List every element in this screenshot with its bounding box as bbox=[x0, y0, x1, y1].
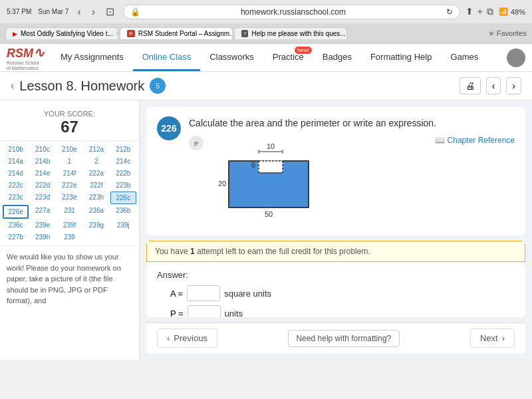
next-label: Next bbox=[480, 333, 498, 343]
grid-cell-226c[interactable]: 226c bbox=[110, 192, 136, 204]
rsm-tab-icon: R bbox=[127, 30, 135, 37]
lock-icon: 🔒 bbox=[130, 7, 140, 17]
prev-button[interactable]: ‹ bbox=[486, 77, 501, 94]
help-formatting-button[interactable]: Need help with formatting? bbox=[288, 330, 400, 347]
forward-button[interactable]: › bbox=[88, 5, 98, 19]
grid-cell[interactable]: 222a bbox=[83, 168, 109, 179]
nav-item-badges[interactable]: Badges bbox=[313, 44, 361, 71]
reload-icon[interactable]: ↻ bbox=[446, 7, 453, 17]
add-tab-icon[interactable]: + bbox=[477, 6, 483, 17]
grid-cell[interactable]: 236a bbox=[83, 205, 109, 219]
grid-cell[interactable]: 239j bbox=[110, 219, 136, 231]
attempt-text-before: You have bbox=[155, 247, 190, 256]
grid-cell[interactable]: 236c bbox=[3, 219, 29, 231]
area-answer-row: A = square units bbox=[157, 285, 515, 301]
grid-cell[interactable]: 222e bbox=[57, 180, 82, 191]
grid-cell[interactable]: 236b bbox=[110, 205, 136, 219]
grid-cell[interactable]: 222f bbox=[83, 180, 109, 191]
share-icon[interactable]: ⬆ bbox=[466, 6, 473, 17]
print-button[interactable]: 🖨 bbox=[460, 77, 481, 94]
browser-chrome: 5:37 PM Sun Mar 7 ‹ › ⊡ 🔒 homework.russi… bbox=[0, 0, 532, 44]
logo-text: RSM∿ bbox=[7, 45, 45, 61]
grid-cell[interactable]: 214c bbox=[110, 156, 136, 167]
browser-nav: ‹ › ⊡ bbox=[74, 4, 118, 19]
battery-text: 48% bbox=[511, 8, 525, 16]
score-label: YOUR SCORE: bbox=[4, 110, 135, 118]
grid-cell[interactable]: 1 bbox=[57, 156, 82, 167]
svg-text:15: 15 bbox=[267, 162, 275, 170]
perimeter-input[interactable] bbox=[188, 305, 221, 317]
grid-cell[interactable]: 214d bbox=[3, 168, 29, 179]
right-arrow-icon: › bbox=[502, 333, 505, 343]
grid-cell[interactable]: 214b bbox=[29, 156, 55, 167]
close-icon[interactable]: × bbox=[116, 30, 118, 37]
perimeter-label: P = bbox=[170, 309, 184, 318]
grid-cell[interactable]: 227a bbox=[29, 205, 55, 219]
perimeter-answer-row: P = units bbox=[157, 305, 515, 317]
tab-youtube[interactable]: ▶ Most Oddly Satisfying Video t... × bbox=[5, 27, 118, 39]
nav-label: Games bbox=[450, 52, 478, 62]
grid-cell[interactable]: 239h bbox=[29, 231, 55, 243]
shape-diagram: 10 15 6 20 bbox=[210, 136, 327, 226]
address-bar[interactable]: 🔒 homework.russianschool.com ↻ bbox=[123, 5, 460, 19]
grid-cell[interactable]: 212b bbox=[110, 144, 136, 155]
homework-icon: 5 bbox=[150, 78, 166, 94]
next-button[interactable]: › bbox=[506, 77, 521, 94]
grid-cell[interactable]: 214f bbox=[57, 168, 82, 179]
problem-text: Calculate the area and the perimeter or … bbox=[189, 116, 515, 130]
grid-cell[interactable]: 239 bbox=[57, 231, 82, 243]
reader-button[interactable]: ⊡ bbox=[102, 4, 118, 19]
chapter-ref-label: Chapter Reference bbox=[448, 136, 515, 145]
grid-cell[interactable]: 222c bbox=[3, 180, 29, 191]
grid-cell[interactable]: 239g bbox=[83, 219, 109, 231]
area-unit: square units bbox=[224, 289, 271, 299]
back-chevron[interactable]: ‹ bbox=[11, 80, 14, 92]
chapter-reference-link[interactable]: 📖 Chapter Reference bbox=[435, 136, 515, 145]
grid-cell[interactable]: 223e bbox=[57, 192, 82, 204]
grid-cell[interactable]: 212a bbox=[83, 144, 109, 155]
grid-cell[interactable]: 223h bbox=[83, 192, 109, 204]
perimeter-unit: units bbox=[225, 309, 243, 318]
nav-item-games[interactable]: Games bbox=[441, 44, 487, 71]
score-box: YOUR SCORE: 67 bbox=[0, 106, 139, 141]
score-value: 67 bbox=[4, 118, 135, 136]
grid-cell[interactable]: 222d bbox=[29, 180, 55, 191]
avatar[interactable] bbox=[507, 49, 525, 67]
grid-cell[interactable]: 227b bbox=[3, 231, 29, 243]
time-display: 5:37 PM Sun Mar 7 bbox=[7, 8, 68, 15]
star-icon: ★ bbox=[488, 29, 495, 38]
grid-cell[interactable]: 2 bbox=[83, 156, 109, 167]
grid-cell[interactable]: 222b bbox=[110, 168, 136, 179]
sidebar-note: We would like you to show us your work! … bbox=[0, 245, 139, 312]
nav-item-classworks[interactable]: Classworks bbox=[200, 44, 263, 71]
nav-label: Formatting Help bbox=[370, 52, 432, 62]
grid-cell[interactable]: 214a bbox=[3, 156, 29, 167]
grid-cell[interactable]: 223b bbox=[110, 180, 136, 191]
grid-cell[interactable]: 210c bbox=[29, 144, 55, 155]
grid-cell-226e[interactable]: 226e bbox=[3, 205, 29, 219]
next-button[interactable]: Next › bbox=[470, 329, 515, 348]
grid-cell[interactable]: 210b bbox=[3, 144, 29, 155]
previous-button[interactable]: ‹ Previous bbox=[157, 329, 217, 348]
grid-cell[interactable]: 231 bbox=[57, 205, 82, 219]
book-icon: 📖 bbox=[435, 136, 445, 145]
grid-cell[interactable]: 239f bbox=[57, 219, 82, 231]
nav-items: My Assignments Online Class Classworks P… bbox=[51, 44, 487, 71]
tab-help[interactable]: ? Help me please with this ques... × bbox=[234, 27, 347, 39]
grid-cell[interactable]: 223d bbox=[29, 192, 55, 204]
nav-label: Online Class bbox=[142, 52, 192, 62]
grid-cell[interactable]: 223c bbox=[3, 192, 29, 204]
nav-item-practice[interactable]: Practice New! bbox=[263, 44, 313, 71]
favorites-button[interactable]: ★ Favorites bbox=[488, 29, 527, 38]
tab-rsm[interactable]: R RSM Student Portal – Assignm... × bbox=[120, 27, 233, 39]
nav-item-formatting-help[interactable]: Formatting Help bbox=[361, 44, 441, 71]
grid-cell[interactable]: 210e bbox=[57, 144, 82, 155]
area-input[interactable] bbox=[187, 285, 220, 301]
tabs-icon[interactable]: ⧉ bbox=[487, 6, 493, 17]
nav-label: My Assignments bbox=[61, 52, 124, 62]
back-button[interactable]: ‹ bbox=[74, 5, 84, 19]
grid-cell[interactable]: 214e bbox=[29, 168, 55, 179]
grid-cell[interactable]: 239e bbox=[29, 219, 55, 231]
nav-item-online-class[interactable]: Online Class bbox=[133, 44, 201, 71]
nav-item-my-assignments[interactable]: My Assignments bbox=[51, 44, 133, 71]
